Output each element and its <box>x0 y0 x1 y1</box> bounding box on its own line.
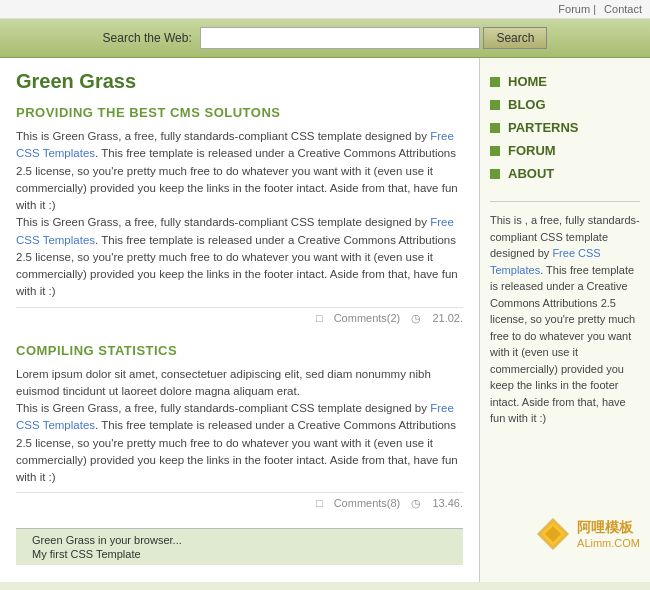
nav-menu: HOME BLOG PARTERNS FORUM ABOUT <box>490 70 640 185</box>
content-area: Green Grass PROVIDING THE BEST CMS SOLUT… <box>0 58 480 582</box>
separator: | <box>593 3 599 15</box>
sidebar-link[interactable]: Free CSS Templates <box>490 247 601 276</box>
article-2-date: 13.46. <box>432 497 463 509</box>
article-2-body: Lorem ipsum dolor sit amet, consectetuer… <box>16 366 463 487</box>
nav-bullet-forum <box>490 146 500 156</box>
article-1: PROVIDING THE BEST CMS SOLUTONS This is … <box>16 105 463 325</box>
article-2-meta: □ Comments(8) ◷ 13.46. <box>16 492 463 510</box>
site-title: Green Grass <box>16 70 463 93</box>
article-1-meta: □ Comments(2) ◷ 21.02. <box>16 307 463 325</box>
nav-label-about: ABOUT <box>508 166 554 181</box>
bottom-link-1[interactable]: Green Grass in your browser... <box>32 534 447 546</box>
nav-label-blog: BLOG <box>508 97 546 112</box>
article-1-comments: Comments(2) <box>334 312 401 324</box>
article-2-title: COMPILING STATISTICS <box>16 343 463 358</box>
nav-item-parterns[interactable]: PARTERNS <box>490 116 640 139</box>
watermark-url: ALimm.COM <box>577 537 640 549</box>
contact-link[interactable]: Contact <box>604 3 642 15</box>
sidebar-description: This is , a free, fully standards-compli… <box>490 201 640 427</box>
article-1-link-1[interactable]: Free CSS Templates <box>16 130 454 159</box>
nav-label-home: HOME <box>508 74 547 89</box>
nav-bullet-about <box>490 169 500 179</box>
search-button[interactable]: Search <box>483 27 547 49</box>
watermark-text-block: 阿哩模板 ALimm.COM <box>577 519 640 549</box>
nav-item-about[interactable]: ABOUT <box>490 162 640 185</box>
main-wrapper: Green Grass PROVIDING THE BEST CMS SOLUT… <box>0 58 650 582</box>
nav-item-blog[interactable]: BLOG <box>490 93 640 116</box>
article-1-comment-icon: □ <box>316 312 323 324</box>
nav-bullet-home <box>490 77 500 87</box>
nav-item-home[interactable]: HOME <box>490 70 640 93</box>
nav-bullet-parterns <box>490 123 500 133</box>
article-1-date: 21.02. <box>432 312 463 324</box>
top-bar: Forum | Contact <box>0 0 650 19</box>
bottom-link-2[interactable]: My first CSS Template <box>32 548 447 560</box>
article-1-title: PROVIDING THE BEST CMS SOLUTONS <box>16 105 463 120</box>
nav-label-forum: FORUM <box>508 143 556 158</box>
nav-bullet-blog <box>490 100 500 110</box>
watermark-chinese: 阿哩模板 <box>577 519 640 537</box>
watermark-icon <box>535 516 571 552</box>
search-bar: Search the Web: Search <box>0 19 650 58</box>
forum-link[interactable]: Forum <box>558 3 590 15</box>
nav-label-parterns: PARTERNS <box>508 120 579 135</box>
article-2-comment-icon: □ <box>316 497 323 509</box>
article-2-clock-icon: ◷ <box>411 497 421 509</box>
watermark: 阿哩模板 ALimm.COM <box>535 516 640 552</box>
search-input[interactable] <box>200 27 480 49</box>
article-2-comments: Comments(8) <box>334 497 401 509</box>
article-1-body: This is Green Grass, a free, fully stand… <box>16 128 463 301</box>
sidebar: HOME BLOG PARTERNS FORUM ABOUT <box>480 58 650 582</box>
search-label: Search the Web: <box>103 31 192 45</box>
article-1-clock-icon: ◷ <box>411 312 421 324</box>
nav-item-forum[interactable]: FORUM <box>490 139 640 162</box>
bottom-strip: Green Grass in your browser... My first … <box>16 528 463 565</box>
article-1-link-2[interactable]: Free CSS Templates <box>16 216 454 245</box>
article-2-link-1[interactable]: Free CSS Templates <box>16 402 454 431</box>
article-2: COMPILING STATISTICS Lorem ipsum dolor s… <box>16 343 463 511</box>
